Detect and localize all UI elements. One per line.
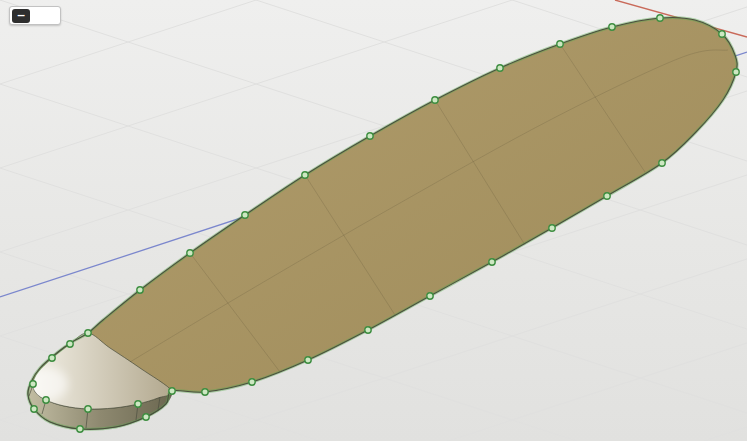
sketch-point[interactable] (135, 401, 141, 407)
sketch-point[interactable] (30, 381, 36, 387)
sketch-point[interactable] (31, 406, 37, 412)
viewport-canvas[interactable] (0, 0, 747, 441)
sketch-point[interactable] (719, 31, 725, 37)
sketch-point[interactable] (77, 426, 83, 432)
sketch-point[interactable] (43, 397, 49, 403)
sketch-point[interactable] (432, 97, 438, 103)
sketch-point[interactable] (305, 357, 311, 363)
minus-icon[interactable]: − (12, 9, 30, 23)
sketch-point[interactable] (659, 160, 665, 166)
sketch-point[interactable] (202, 389, 208, 395)
sketch-point[interactable] (549, 225, 555, 231)
collapse-palette-button[interactable]: − (9, 6, 61, 25)
sketch-point[interactable] (609, 24, 615, 30)
sketch-point[interactable] (497, 65, 503, 71)
sketch-point[interactable] (489, 259, 495, 265)
sketch-point[interactable] (137, 287, 143, 293)
sketch-point[interactable] (169, 388, 175, 394)
sketch-point[interactable] (85, 406, 91, 412)
sketch-point[interactable] (604, 193, 610, 199)
sketch-point[interactable] (85, 330, 91, 336)
sketch-point[interactable] (733, 69, 739, 75)
sketch-point[interactable] (242, 212, 248, 218)
sketch-point[interactable] (367, 133, 373, 139)
sketch-point[interactable] (49, 355, 55, 361)
sketch-point[interactable] (67, 341, 73, 347)
sketch-point[interactable] (557, 41, 563, 47)
sketch-point[interactable] (143, 414, 149, 420)
sketch-point[interactable] (365, 327, 371, 333)
sketch-point[interactable] (427, 293, 433, 299)
sketch-point[interactable] (249, 379, 255, 385)
sketch-point[interactable] (302, 172, 308, 178)
cad-viewport[interactable]: − (0, 0, 747, 441)
sketch-point[interactable] (657, 15, 663, 21)
sketch-point[interactable] (187, 250, 193, 256)
